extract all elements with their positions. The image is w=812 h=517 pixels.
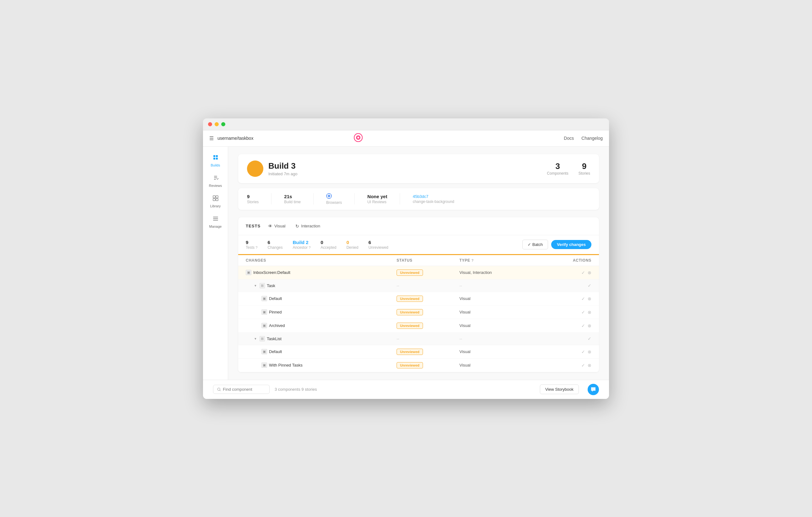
topnav: ☰ username/taskbox Docs Changelog: [203, 130, 609, 147]
chevron-down-icon[interactable]: ▾: [255, 284, 256, 288]
stat-ancestor: Build 2 Ancestor ?: [293, 240, 311, 250]
components-stat: 3 Components: [547, 161, 569, 176]
accept-icon[interactable]: ✓: [581, 310, 585, 315]
inbox-screen-name[interactable]: InboxScreen:Default: [253, 270, 290, 275]
changelog-link[interactable]: Changelog: [581, 136, 603, 141]
stories-label: Stories: [579, 171, 590, 176]
deny-icon[interactable]: ⊗: [588, 323, 591, 328]
tab-visual[interactable]: 👁 Visual: [265, 222, 288, 230]
accept-icon[interactable]: ✓: [581, 270, 585, 275]
inbox-screen-type: Visual, Interaction: [459, 270, 541, 275]
build-header: Build 3 Initiated 7m ago 3 Components 9 …: [238, 154, 599, 183]
tasklist-pinned-name[interactable]: With Pinned Tasks: [269, 363, 302, 367]
verify-changes-button[interactable]: Verify changes: [551, 240, 591, 249]
sidebar-item-library[interactable]: Library: [205, 192, 226, 210]
ancestor-value[interactable]: Build 2: [293, 240, 311, 245]
tasklist-group-actions: ✓: [541, 336, 591, 341]
metric-divider-4: [400, 193, 400, 205]
metric-buildtime-value: 21s: [284, 194, 301, 199]
sidebar-item-reviews[interactable]: Reviews: [205, 172, 226, 190]
view-storybook-button[interactable]: View Storybook: [540, 385, 579, 394]
find-component-input[interactable]: [213, 385, 270, 394]
metric-ui-reviews-label: UI Reviews: [367, 200, 387, 204]
tasklist-pinned-actions: ✓ ⊗: [541, 363, 591, 368]
accept-icon[interactable]: ✓: [581, 363, 585, 368]
deny-icon[interactable]: ⊗: [588, 310, 591, 315]
tests-count-label: Tests ?: [246, 245, 257, 250]
sidebar-item-builds[interactable]: Builds: [205, 152, 226, 170]
maximize-button[interactable]: [221, 122, 225, 126]
build-initiated: Initiated 7m ago: [268, 172, 297, 176]
tasklist-default-type: Visual: [459, 349, 541, 354]
task-default-actions: ✓ ⊗: [541, 296, 591, 301]
batch-button[interactable]: ✓ Batch: [522, 240, 548, 249]
commit-hash-link[interactable]: 45b3dc7: [413, 194, 454, 199]
docs-link[interactable]: Docs: [564, 136, 574, 141]
task-pinned-name[interactable]: Pinned: [269, 310, 282, 314]
hamburger-icon[interactable]: ☰: [209, 135, 214, 141]
type-help-icon[interactable]: ?: [471, 258, 473, 262]
accepted-label: Accepted: [321, 245, 336, 250]
table-row: ▣ InboxScreen:Default Unreviewed Visual,…: [238, 266, 599, 279]
task-archived-name[interactable]: Archived: [269, 323, 285, 328]
manage-icon: [212, 215, 219, 223]
unreviewed-badge: Unreviewed: [397, 362, 423, 368]
svg-rect-4: [216, 155, 218, 157]
sidebar-item-manage[interactable]: Manage: [205, 213, 226, 231]
accept-icon[interactable]: ✓: [581, 296, 585, 301]
accepted-count: 0: [321, 240, 336, 245]
row-name-task-archived: ▣ Archived: [246, 323, 397, 328]
deny-icon[interactable]: ⊗: [588, 270, 591, 275]
build-metrics: 9 Stories 21s Build time: [238, 188, 599, 210]
tasklist-group-name[interactable]: TaskList: [267, 336, 282, 341]
task-group-name[interactable]: Task: [267, 283, 275, 288]
metric-stories-value: 9: [247, 194, 259, 199]
tests-title: TESTS: [246, 224, 261, 229]
search-input-field[interactable]: [223, 387, 265, 392]
metric-buildtime-label: Build time: [284, 200, 301, 204]
tests-help-icon[interactable]: ?: [256, 246, 257, 249]
chevron-down-icon[interactable]: ▾: [255, 337, 256, 341]
svg-rect-5: [213, 158, 215, 159]
tasklist-group-status: --: [397, 336, 459, 341]
tests-section: TESTS 👁 Visual ↻ Interaction 9: [238, 217, 599, 372]
content-area: Build 3 Initiated 7m ago 3 Components 9 …: [228, 147, 609, 380]
tests-header: TESTS 👁 Visual ↻ Interaction: [238, 217, 599, 235]
deny-icon[interactable]: ⊗: [588, 296, 591, 301]
accept-icon[interactable]: ✓: [581, 349, 585, 354]
manage-label: Manage: [209, 224, 222, 229]
reviews-label: Reviews: [209, 184, 222, 187]
tasklist-default-name[interactable]: Default: [269, 349, 282, 354]
chat-icon: [590, 387, 596, 392]
table-row: ▾ ⊞ Task -- -- ✓: [238, 279, 599, 292]
row-name-task-pinned: ▣ Pinned: [246, 309, 397, 315]
close-button[interactable]: [208, 122, 212, 126]
svg-rect-3: [213, 155, 215, 157]
component-icon: ▣: [246, 270, 252, 275]
task-archived-status: Unreviewed: [397, 323, 459, 329]
footer-stats: 3 components 9 stories: [274, 387, 317, 392]
tab-interaction[interactable]: ↻ Interaction: [293, 222, 323, 230]
row-name-tasklist-pinned: ▣ With Pinned Tasks: [246, 362, 397, 368]
task-default-name[interactable]: Default: [269, 296, 282, 301]
task-pinned-type: Visual: [459, 310, 541, 314]
group-accept-icon[interactable]: ✓: [588, 336, 591, 341]
group-accept-icon[interactable]: ✓: [588, 283, 591, 288]
ancestor-help-icon[interactable]: ?: [309, 246, 311, 249]
builds-icon: [212, 154, 219, 162]
chat-fab-button[interactable]: [588, 384, 599, 395]
main-layout: Builds Reviews: [203, 147, 609, 380]
minimize-button[interactable]: [214, 122, 219, 126]
deny-icon[interactable]: ⊗: [588, 349, 591, 354]
table-row: ▾ ⊞ TaskList -- -- ✓: [238, 333, 599, 345]
accept-icon[interactable]: ✓: [581, 323, 585, 328]
svg-rect-10: [216, 199, 218, 201]
svg-rect-9: [213, 199, 215, 201]
component-icon: ▣: [261, 309, 267, 315]
deny-icon[interactable]: ⊗: [588, 363, 591, 368]
tasklist-default-actions: ✓ ⊗: [541, 349, 591, 354]
ancestor-label: Ancestor ?: [293, 245, 311, 250]
changes-table: Changes Status Type ? Actions ▣ InboxScr…: [238, 255, 599, 372]
app-window: ☰ username/taskbox Docs Changelog: [203, 118, 609, 399]
test-summary-bar: 9 Tests ? 6 Changes Build 2 Ancestor ?: [238, 235, 599, 255]
